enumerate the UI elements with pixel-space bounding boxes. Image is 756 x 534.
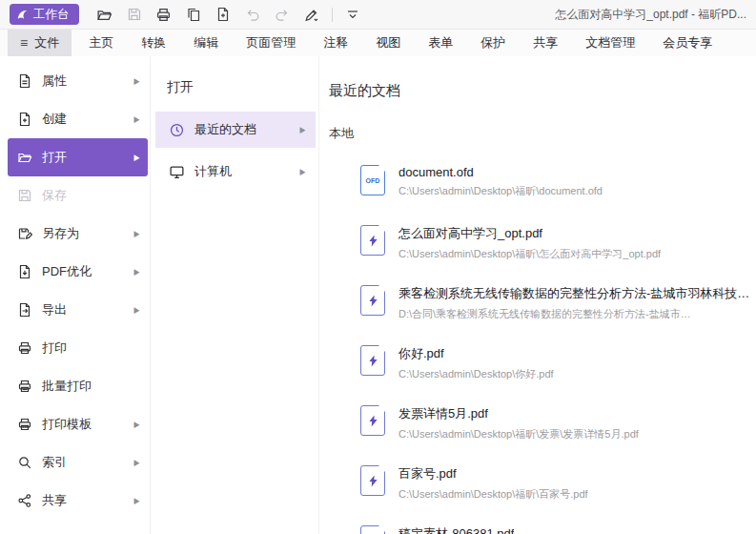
file-menu-button[interactable]: ≡ 文件	[8, 30, 72, 56]
undo-icon[interactable]	[240, 3, 265, 26]
recent-file-row[interactable]: 百家号.pdf C:\Users\admin\Desktop\福昕\百家号.pd…	[360, 456, 756, 516]
recent-file-row[interactable]: 乘客检测系统无线传输数据的完整性分析方法-盐城市羽林科技… D:\合同\乘客检测…	[360, 276, 756, 336]
redo-icon[interactable]	[270, 3, 295, 26]
submenu-arrow-icon: ▶	[134, 153, 140, 162]
menu-item-label: 索引	[42, 454, 67, 471]
menu-item-label: 导出	[42, 301, 67, 318]
open-item-recent-documents[interactable]: 最近的文档▶	[155, 112, 316, 148]
recent-file-row[interactable]: 稿定素材-806381.pdf	[360, 516, 756, 534]
pdf-optimize-icon	[17, 264, 32, 279]
pen-tool-icon[interactable]	[299, 3, 324, 26]
pdf-file-icon	[360, 465, 385, 496]
tab-home[interactable]: 主页	[89, 34, 113, 51]
menu-item-label: 共享	[42, 492, 67, 509]
menu-item-label: 另存为	[42, 225, 79, 242]
computer-icon	[169, 164, 185, 180]
clock-icon	[169, 122, 185, 138]
recent-file-row[interactable]: 怎么面对高中学习_opt.pdf C:\Users\admin\Desktop\…	[360, 216, 756, 276]
menu-item-export[interactable]: 导出▶	[8, 291, 148, 329]
file-path: C:\Users\admin\Desktop\你好.pdf	[398, 367, 554, 381]
workspace-button-label: 工作台	[33, 7, 70, 23]
local-section-label: 本地	[329, 125, 756, 142]
menu-item-print[interactable]: 打印	[8, 329, 148, 367]
submenu-arrow-icon: ▶	[300, 125, 306, 134]
file-name: document.ofd	[398, 165, 603, 179]
submenu-arrow-icon: ▶	[134, 496, 140, 505]
toolbar-more-icon[interactable]	[340, 3, 365, 26]
submenu-arrow-icon: ▶	[134, 114, 140, 124]
toolbar-separator	[332, 8, 333, 22]
menu-item-open[interactable]: 打开▶	[8, 138, 148, 176]
menu-item-print-template[interactable]: 打印模板▶	[8, 405, 148, 443]
tab-view[interactable]: 视图	[376, 34, 400, 51]
open-panel-title: 打开	[155, 56, 316, 112]
menu-item-label: 批量打印	[42, 378, 92, 395]
file-name: 怎么面对高中学习_opt.pdf	[398, 225, 661, 242]
tab-protect[interactable]: 保护	[480, 34, 505, 51]
export-icon	[17, 302, 32, 318]
pdf-file-icon	[360, 225, 385, 256]
menu-item-properties[interactable]: 属性▶	[8, 62, 148, 100]
open-file-icon[interactable]	[92, 3, 117, 26]
open-item-computer[interactable]: 计算机▶	[155, 154, 316, 190]
recent-file-row[interactable]: OFD document.ofd C:\Users\admin\Desktop\…	[360, 155, 756, 216]
recent-documents-title: 最近的文档	[329, 82, 756, 100]
tab-page-manage[interactable]: 页面管理	[246, 34, 296, 51]
tab-convert[interactable]: 转换	[141, 34, 166, 51]
save-icon	[17, 188, 32, 203]
save-as-icon	[17, 226, 32, 241]
recent-documents-panel: 最近的文档 本地 OFD document.ofd C:\Users\admin…	[329, 56, 756, 534]
tab-member[interactable]: 会员专享	[663, 34, 712, 51]
create-icon	[17, 112, 32, 127]
menu-item-create[interactable]: 创建▶	[8, 100, 148, 138]
file-path: C:\Users\admin\Desktop\福昕\发票\发票详情5月.pdf	[398, 427, 639, 442]
menu-item-label: 打印	[42, 339, 67, 357]
tab-edit[interactable]: 编辑	[194, 34, 218, 51]
share-icon	[17, 493, 32, 508]
menu-item-save[interactable]: 保存	[8, 176, 148, 215]
submenu-arrow-icon: ▶	[134, 420, 140, 429]
batch-print-icon	[17, 379, 32, 394]
index-icon	[17, 455, 32, 470]
menu-item-share[interactable]: 共享▶	[8, 482, 148, 520]
file-name: 发票详情5月.pdf	[398, 405, 639, 422]
recent-file-list: OFD document.ofd C:\Users\admin\Desktop\…	[329, 155, 756, 534]
submenu-arrow-icon: ▶	[134, 267, 140, 277]
print-template-icon	[17, 417, 32, 432]
recent-file-row[interactable]: 发票详情5月.pdf C:\Users\admin\Desktop\福昕\发票\…	[360, 396, 756, 456]
copy-icon[interactable]	[181, 3, 206, 26]
save-icon[interactable]	[122, 3, 147, 26]
tab-comment[interactable]: 注释	[323, 34, 348, 51]
properties-icon	[17, 73, 32, 89]
print-icon[interactable]	[152, 3, 176, 26]
tab-form[interactable]: 表单	[428, 34, 453, 51]
quick-toolbar	[92, 3, 365, 26]
file-menu-list: 属性▶ 创建▶ 打开▶ 保存 另存为▶ PDF优化▶ 导出▶ 打印	[8, 62, 148, 520]
menu-item-save-as[interactable]: 另存为▶	[8, 215, 148, 253]
menu-bar: ≡ 文件 主页 转换 编辑 页面管理 注释 视图 表单 保护 共享 文档管理 会…	[0, 30, 756, 57]
submenu-arrow-icon: ▶	[134, 76, 140, 86]
submenu-arrow-icon: ▶	[134, 229, 140, 238]
print-icon	[17, 340, 32, 356]
menu-item-pdf-optimize[interactable]: PDF优化▶	[8, 253, 148, 291]
menu-item-index[interactable]: 索引▶	[8, 443, 148, 482]
workspace-button[interactable]: 工作台	[10, 4, 79, 25]
pdf-file-icon	[360, 525, 385, 534]
open-item-label: 计算机	[194, 163, 232, 180]
tab-doc-manage[interactable]: 文档管理	[585, 34, 635, 51]
new-document-icon[interactable]	[211, 3, 235, 26]
hamburger-icon: ≡	[20, 36, 28, 50]
tab-share[interactable]: 共享	[533, 34, 558, 51]
open-panel: 打开 最近的文档▶ 计算机▶	[155, 56, 316, 190]
foxit-logo-icon	[16, 9, 29, 21]
file-path: C:\Users\admin\Desktop\福昕\document.ofd	[398, 184, 603, 198]
recent-file-row[interactable]: 你好.pdf C:\Users\admin\Desktop\你好.pdf	[360, 336, 756, 396]
menu-item-batch-print[interactable]: 批量打印	[8, 367, 148, 405]
file-name: 你好.pdf	[398, 345, 554, 362]
document-title: 怎么面对高中学习_opt.pdf - 福昕PD...	[555, 7, 746, 23]
ofd-badge: OFD	[366, 177, 380, 184]
open-item-label: 最近的文档	[194, 121, 256, 138]
pdf-file-icon	[360, 285, 385, 316]
file-name: 百家号.pdf	[398, 465, 588, 483]
file-name: 乘客检测系统无线传输数据的完整性分析方法-盐城市羽林科技…	[398, 285, 749, 302]
